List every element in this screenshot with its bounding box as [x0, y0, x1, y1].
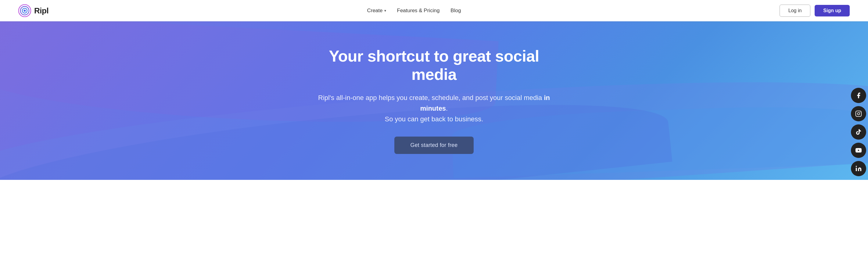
- svg-point-3: [24, 10, 26, 12]
- svg-point-5: [857, 112, 860, 114]
- nav-blog[interactable]: Blog: [451, 8, 461, 14]
- nav-features-pricing-label: Features & Pricing: [397, 8, 440, 13]
- hero-cta-button[interactable]: Get started for free: [394, 137, 473, 154]
- brand-logo[interactable]: Ripl: [18, 4, 49, 17]
- linkedin-icon: [855, 165, 862, 172]
- navbar: Ripl Create ▾ Features & Pricing Blog Lo…: [0, 0, 868, 21]
- nav-blog-label: Blog: [451, 8, 461, 13]
- social-facebook-button[interactable]: [851, 88, 866, 103]
- svg-point-8: [856, 166, 857, 167]
- svg-point-6: [860, 112, 860, 112]
- tiktok-icon: [855, 129, 862, 135]
- signup-button[interactable]: Sign up: [815, 5, 850, 16]
- login-button[interactable]: Log in: [780, 5, 811, 17]
- nav-create-label: Create: [367, 8, 382, 14]
- navbar-links: Create ▾ Features & Pricing Blog: [367, 8, 461, 14]
- chevron-down-icon: ▾: [384, 8, 386, 13]
- hero-subtitle-plain: Ripl's all-in-one app helps you create, …: [318, 94, 544, 101]
- social-tiktok-button[interactable]: [851, 124, 866, 140]
- social-linkedin-button[interactable]: [851, 161, 866, 176]
- brand-name: Ripl: [34, 6, 49, 15]
- svg-rect-4: [856, 111, 861, 117]
- ripl-logo-icon: [18, 4, 31, 17]
- social-instagram-button[interactable]: [851, 106, 866, 121]
- hero-subtitle: Ripl's all-in-one app helps you create, …: [309, 92, 559, 125]
- nav-create[interactable]: Create ▾: [367, 8, 386, 14]
- social-youtube-button[interactable]: [851, 143, 866, 158]
- hero-title: Your shortcut to great social media: [309, 47, 559, 84]
- youtube-icon: [855, 147, 862, 154]
- instagram-icon: [855, 110, 862, 117]
- facebook-icon: [855, 92, 862, 99]
- hero-section: Your shortcut to great social media Ripl…: [0, 21, 868, 180]
- hero-content: Your shortcut to great social media Ripl…: [297, 29, 571, 172]
- navbar-actions: Log in Sign up: [780, 5, 850, 17]
- social-sidebar: [851, 88, 868, 176]
- nav-features-pricing[interactable]: Features & Pricing: [397, 8, 440, 14]
